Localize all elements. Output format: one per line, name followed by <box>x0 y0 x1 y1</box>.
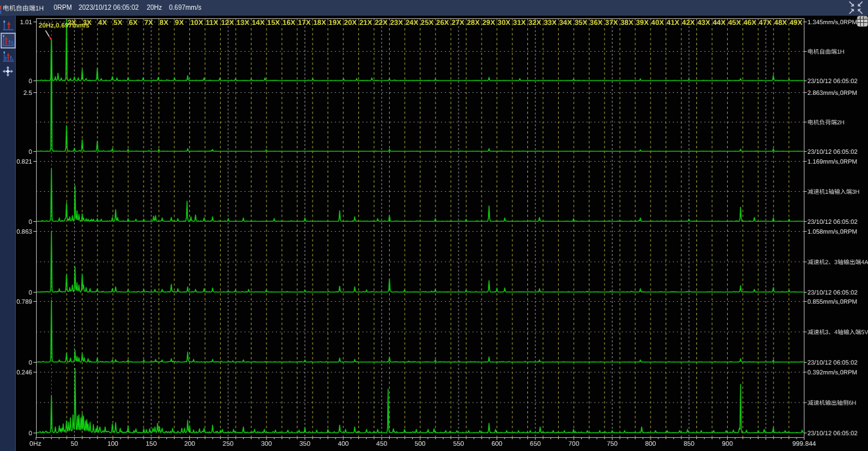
svg-text:0: 0 <box>29 149 32 156</box>
svg-text:15X: 15X <box>267 19 280 27</box>
svg-text:1.345mm/s,0RPM: 1.345mm/s,0RPM <box>808 19 858 26</box>
svg-text:27X: 27X <box>451 19 464 27</box>
svg-text:450: 450 <box>376 441 387 448</box>
svg-text:0: 0 <box>29 78 32 85</box>
svg-text:7X: 7X <box>144 19 153 27</box>
svg-text:0: 0 <box>29 430 32 437</box>
svg-text:6X: 6X <box>129 19 138 27</box>
svg-text:23/10/12 06:05:02: 23/10/12 06:05:02 <box>808 149 858 156</box>
svg-text:850: 850 <box>683 441 694 448</box>
svg-text:400: 400 <box>338 441 349 448</box>
svg-text:600: 600 <box>491 441 502 448</box>
svg-text:34X: 34X <box>559 19 572 27</box>
svg-text:42X: 42X <box>682 19 695 27</box>
svg-text:10X: 10X <box>191 19 204 27</box>
svg-text:0: 0 <box>29 219 32 226</box>
svg-text:550: 550 <box>453 441 464 448</box>
svg-text:50: 50 <box>71 441 79 448</box>
svg-text:21X: 21X <box>360 19 373 27</box>
svg-text:0: 0 <box>29 289 32 297</box>
svg-text:20X: 20X <box>344 19 357 27</box>
svg-text:38X: 38X <box>620 19 633 27</box>
svg-text:30X: 30X <box>498 19 511 27</box>
svg-text:12X: 12X <box>221 19 234 27</box>
svg-text:44X: 44X <box>713 19 726 27</box>
svg-text:23X: 23X <box>390 19 403 27</box>
svg-text:700: 700 <box>569 441 580 448</box>
svg-text:650: 650 <box>530 441 541 448</box>
svg-text:23/10/12 06:05:02: 23/10/12 06:05:02 <box>808 78 858 85</box>
svg-text:32X: 32X <box>529 19 542 27</box>
svg-text:999.844: 999.844 <box>792 441 816 448</box>
svg-text:16X: 16X <box>282 19 295 27</box>
svg-text:0.863: 0.863 <box>16 228 32 236</box>
svg-text:500: 500 <box>415 441 426 448</box>
svg-text:0Hz: 0Hz <box>29 441 41 448</box>
svg-text:23/10/12 06:05:02: 23/10/12 06:05:02 <box>808 289 858 297</box>
svg-text:9X: 9X <box>175 19 184 27</box>
svg-text:28X: 28X <box>467 19 480 27</box>
svg-text:2.5: 2.5 <box>24 90 32 97</box>
svg-text:29X: 29X <box>482 19 495 27</box>
svg-text:48X: 48X <box>774 19 787 27</box>
svg-text:300: 300 <box>261 441 272 448</box>
svg-text:20Hz,0.697mm/s: 20Hz,0.697mm/s <box>39 22 90 29</box>
svg-text:200: 200 <box>184 441 195 448</box>
svg-text:18X: 18X <box>313 19 326 27</box>
svg-text:0.821: 0.821 <box>16 158 32 166</box>
svg-text:47X: 47X <box>759 19 772 27</box>
svg-text:19X: 19X <box>329 19 342 27</box>
svg-text:2.863mm/s,0RPM: 2.863mm/s,0RPM <box>808 90 858 97</box>
svg-text:5X: 5X <box>113 19 123 27</box>
svg-text:23/10/12 06:05:02: 23/10/12 06:05:02 <box>808 359 858 367</box>
svg-text:35X: 35X <box>575 19 588 27</box>
svg-text:0.855mm/s,0RPM: 0.855mm/s,0RPM <box>808 298 858 306</box>
svg-text:45X: 45X <box>728 19 741 27</box>
svg-text:36X: 36X <box>590 19 603 27</box>
svg-text:23/10/12 06:05:02: 23/10/12 06:05:02 <box>808 219 858 226</box>
svg-text:1.169mm/s,0RPM: 1.169mm/s,0RPM <box>808 158 858 166</box>
svg-text:31X: 31X <box>513 19 526 27</box>
svg-text:13X: 13X <box>236 19 250 27</box>
svg-text:37X: 37X <box>605 19 618 27</box>
svg-text:17X: 17X <box>298 19 311 27</box>
svg-text:23/10/12 06:05:02: 23/10/12 06:05:02 <box>808 430 858 437</box>
svg-text:4X: 4X <box>98 19 107 27</box>
svg-text:49X: 49X <box>789 19 802 27</box>
svg-text:39X: 39X <box>636 19 649 27</box>
svg-text:1.01: 1.01 <box>20 19 33 26</box>
svg-text:350: 350 <box>299 441 311 448</box>
svg-text:46X: 46X <box>744 19 757 27</box>
svg-text:800: 800 <box>645 441 656 448</box>
svg-text:26X: 26X <box>436 19 449 27</box>
svg-text:25X: 25X <box>421 19 434 27</box>
svg-text:100: 100 <box>107 441 119 448</box>
svg-text:8X: 8X <box>160 19 169 27</box>
svg-text:1.058mm/s,0RPM: 1.058mm/s,0RPM <box>808 228 858 236</box>
svg-text:0.392mm/s,0RPM: 0.392mm/s,0RPM <box>808 369 858 376</box>
svg-text:11X: 11X <box>206 19 219 27</box>
svg-text:750: 750 <box>607 441 618 448</box>
svg-text:33X: 33X <box>544 19 557 27</box>
svg-text:43X: 43X <box>698 19 711 27</box>
svg-text:250: 250 <box>223 441 234 448</box>
svg-text:41X: 41X <box>667 19 680 27</box>
svg-text:40X: 40X <box>651 19 664 27</box>
svg-text:0.246: 0.246 <box>16 369 32 376</box>
svg-text:0: 0 <box>29 359 32 367</box>
svg-text:14X: 14X <box>252 19 265 27</box>
svg-text:900: 900 <box>722 441 733 448</box>
svg-text:150: 150 <box>146 441 157 448</box>
svg-text:24X: 24X <box>406 19 419 27</box>
svg-text:22X: 22X <box>375 19 388 27</box>
svg-text:0.789: 0.789 <box>16 298 32 306</box>
